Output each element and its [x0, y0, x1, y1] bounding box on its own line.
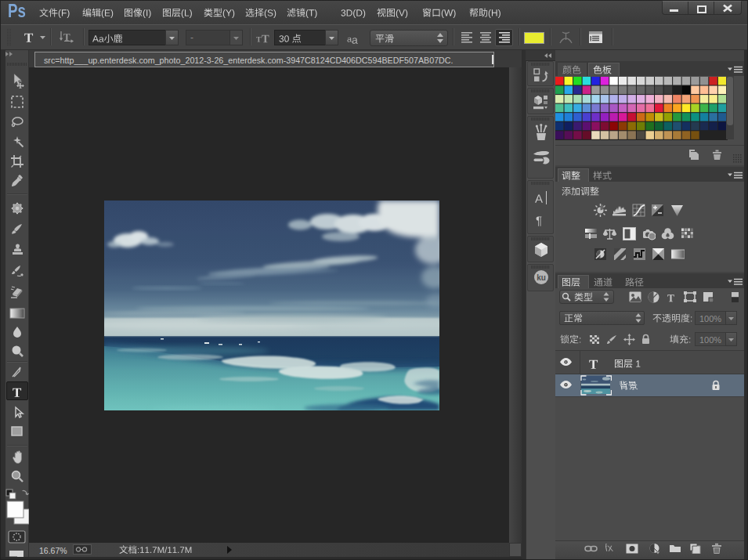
svg-text:ku: ku: [537, 273, 546, 282]
